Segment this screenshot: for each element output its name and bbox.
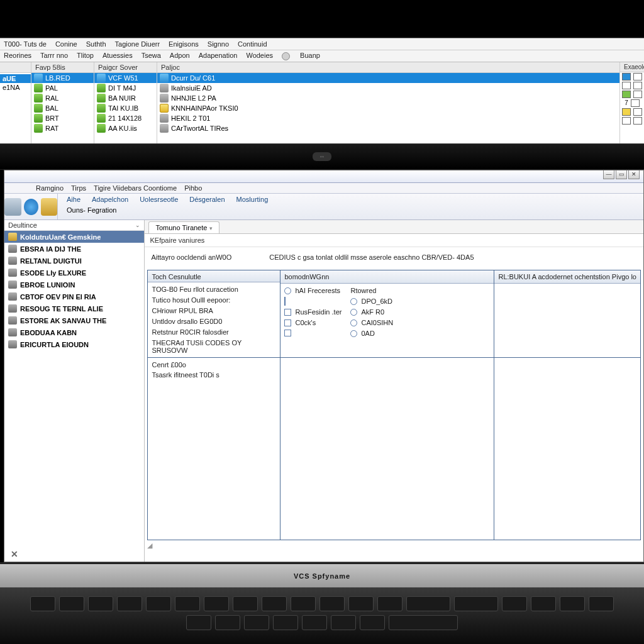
chevron-down-icon[interactable]: ▾ xyxy=(209,225,213,231)
list-item[interactable]: 21 14X128 xyxy=(94,113,157,123)
list-item[interactable]: RAL xyxy=(31,93,94,103)
list-item[interactable]: AA KU.iis xyxy=(94,123,157,133)
swatch-icon xyxy=(622,82,631,89)
list-item[interactable]: HEKIL 2 T01 xyxy=(157,113,619,123)
palette-item[interactable] xyxy=(620,81,644,90)
window-titlebar[interactable]: — ▭ ✕ xyxy=(4,170,643,183)
list-item[interactable]: BAL xyxy=(31,103,94,113)
list-item[interactable]: KNNHAINPAor TKSI0 xyxy=(157,103,619,113)
radio-option[interactable]: 0AD xyxy=(350,330,393,337)
menu-item[interactable]: Tagione Diuerr xyxy=(115,40,160,48)
sidebar-item[interactable]: EBODUAA KABN xyxy=(4,326,144,338)
resize-handle[interactable]: ◢ xyxy=(145,540,643,551)
palette-item[interactable] xyxy=(620,72,644,81)
tab-active[interactable]: Tomuno Tiranete▾ xyxy=(148,221,219,233)
list-item[interactable]: TAI KU.IB xyxy=(94,103,157,113)
checkbox-option[interactable]: C0ck's xyxy=(284,319,341,326)
menu-item[interactable]: Continuid xyxy=(238,40,267,48)
menu-item[interactable]: Tigire Viidebars Coontiome xyxy=(94,184,177,192)
module-icon xyxy=(97,104,106,113)
toolbar-tab[interactable]: Uolesrseotle xyxy=(140,196,178,203)
checkbox-option[interactable]: RusFesidin .ter xyxy=(284,308,341,316)
sidebar-item[interactable]: EBROE LUNIOIN xyxy=(4,279,144,291)
list-item[interactable]: e1NA xyxy=(0,83,31,92)
help-icon[interactable] xyxy=(282,52,290,60)
sidebar-item[interactable]: EBSRA IA DIJ THE xyxy=(4,243,144,255)
palette-item[interactable] xyxy=(620,90,644,99)
menu-item[interactable]: Buanp xyxy=(300,52,320,60)
chevron-down-icon[interactable]: ⌄ xyxy=(135,222,140,228)
sidebar-item[interactable]: CBTOF OEV PIN EI RIA xyxy=(4,291,144,303)
radio-icon xyxy=(350,298,357,305)
list-item[interactable]: aUE xyxy=(0,74,31,83)
minimize-button[interactable]: — xyxy=(603,170,614,179)
menu-item[interactable]: Enigisons xyxy=(169,40,199,48)
radio-option[interactable]: CAI0SIHN xyxy=(350,319,393,326)
palette-item[interactable] xyxy=(620,116,644,125)
toolbar-tab[interactable]: Désgeralen xyxy=(189,196,225,203)
sidebar-item[interactable]: ERICURTLA EIOUDN xyxy=(4,338,144,350)
top-menubar-1[interactable]: T000- Tuts de Conine Suthth Tagione Diue… xyxy=(0,38,644,50)
maximize-button[interactable]: ▭ xyxy=(616,170,627,179)
menu-item[interactable]: T000- Tuts de xyxy=(4,40,47,48)
radio-option[interactable]: hAI Frecerests xyxy=(284,287,341,294)
toolbar-tab[interactable]: Aihe xyxy=(67,196,80,203)
list-item[interactable]: RAT xyxy=(31,123,94,133)
list-item[interactable]: BA NUIR xyxy=(94,93,157,103)
device-icon xyxy=(34,84,43,92)
menu-item[interactable]: Ramgino xyxy=(36,184,64,192)
menu-item[interactable]: Signno xyxy=(208,40,229,48)
menu-item[interactable]: Reorines xyxy=(4,52,31,60)
module-icon xyxy=(97,84,106,92)
list-item[interactable]: BRT xyxy=(31,113,94,123)
menu-item[interactable]: Tlitop xyxy=(77,52,94,60)
list-item[interactable]: NHNJIE L2 PA xyxy=(157,93,619,103)
config-icon xyxy=(8,233,17,241)
column-browser: aUE e1NA Favp 58is LB.RED PAL RAL BAL BR… xyxy=(0,62,644,147)
param-row: Tutico hosut Oulll eepoor: xyxy=(152,296,276,304)
toolbar-tab[interactable]: Moslurting xyxy=(236,196,269,203)
list-item[interactable]: DI T M4J xyxy=(94,83,157,93)
param-row: TOG-B0 Feu rllot curacetion xyxy=(152,286,276,293)
list-item[interactable]: LB.RED xyxy=(31,73,94,83)
menu-item[interactable]: Tarrr nno xyxy=(40,52,68,60)
menu-item[interactable]: Suthth xyxy=(86,40,106,48)
text-input[interactable] xyxy=(284,297,341,305)
drive-icon[interactable] xyxy=(4,198,21,216)
menu-item[interactable]: Tirps xyxy=(71,184,86,192)
sidebar-item[interactable]: KoldutruUan€ Gemskine xyxy=(4,231,144,243)
toolbar-tab[interactable]: Adapelchon xyxy=(92,196,128,203)
radio-option[interactable]: AkF R0 xyxy=(350,308,393,316)
close-icon[interactable]: ✕ xyxy=(11,549,18,559)
sidebar-item[interactable]: ESTORE AK SANVAU THE xyxy=(4,314,144,326)
menu-item[interactable]: Atuessies xyxy=(103,52,133,60)
checkbox-option[interactable] xyxy=(284,330,341,336)
top-menubar-2[interactable]: Reorines Tarrr nno Tlitop Atuessies Tsew… xyxy=(0,50,644,62)
sidebar-item[interactable]: RELTANL DUIGTUI xyxy=(4,255,144,267)
menu-item[interactable]: Conine xyxy=(55,40,77,48)
close-button[interactable]: ✕ xyxy=(628,170,640,179)
sidebar-header[interactable]: Deultince ⌄ xyxy=(4,220,144,231)
menu-item[interactable]: Adpon xyxy=(170,52,190,60)
radio-option[interactable]: DPO_6kD xyxy=(350,297,393,305)
toolbar-tab[interactable]: Ouns- Fegration xyxy=(67,206,116,214)
list-item[interactable]: VCF W51 xyxy=(94,73,157,83)
lock-icon[interactable] xyxy=(41,198,58,216)
sidebar-item[interactable]: RESOUG TE TERNL ALIE xyxy=(4,303,144,314)
palette-item[interactable]: 7 xyxy=(620,99,644,108)
menu-item[interactable]: Wodeies xyxy=(246,52,273,60)
param-row: Retstnur R0CIR falosdier xyxy=(152,328,276,336)
menu-item[interactable]: Tsewa xyxy=(142,52,161,60)
document-icon xyxy=(160,124,169,133)
menu-item[interactable]: Pihbo xyxy=(184,184,202,192)
sidebar-item[interactable]: ESODE LIy ELXURE xyxy=(4,267,144,279)
list-item[interactable]: CArTwortAL TIRes xyxy=(157,123,619,133)
document-icon xyxy=(160,84,169,92)
globe-icon[interactable] xyxy=(24,199,38,215)
palette-item[interactable] xyxy=(620,108,644,116)
app-menubar[interactable]: Ramgino Tirps Tigire Viidebars Coontiome… xyxy=(4,183,643,194)
list-item[interactable]: PAL xyxy=(31,83,94,93)
menu-item[interactable]: Adapenation xyxy=(199,52,238,60)
list-item[interactable]: Dcurr Du/ C61 xyxy=(157,73,619,83)
list-item[interactable]: IkalnsiuiE AD xyxy=(157,83,619,93)
